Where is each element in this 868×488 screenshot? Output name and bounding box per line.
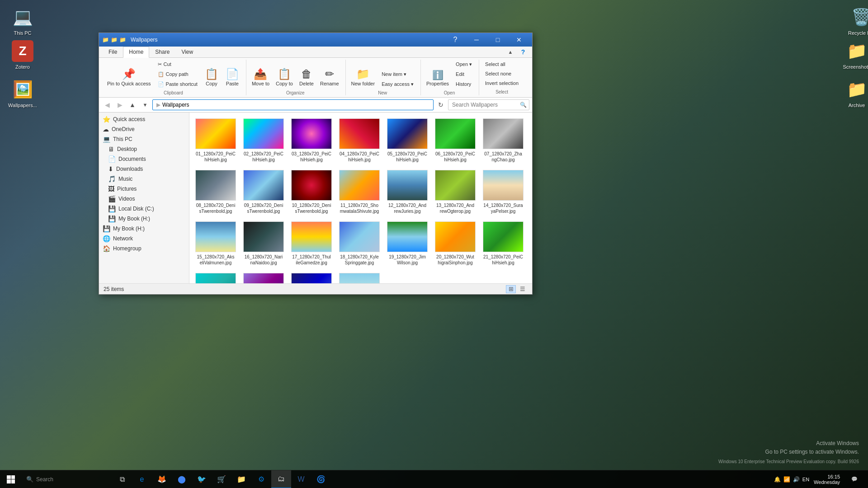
- minimize-button[interactable]: ─: [466, 33, 487, 47]
- sidebar-item-documents[interactable]: 📄 Documents: [99, 154, 189, 164]
- twitter-btn[interactable]: 🐦: [192, 470, 212, 488]
- word-btn[interactable]: W: [291, 470, 311, 488]
- file-item[interactable]: 21_1280x720_PeiC hiHsieh.jpg: [481, 219, 526, 268]
- file-grid[interactable]: 01_1280x720_PeiC hiHsieh.jpg02_1280x720_…: [189, 113, 532, 283]
- taskbar-clock[interactable]: 16:15 Wednesday: [811, 473, 843, 486]
- maximize-button[interactable]: □: [487, 33, 508, 47]
- easy-access-button[interactable]: Easy access ▾: [378, 80, 417, 89]
- file-item[interactable]: 23_1280x720_PeiC hiHsieh.jpg: [241, 271, 286, 283]
- file-item[interactable]: 20_1280x720_Wut higraiSinphon.jpg: [433, 219, 478, 268]
- file-item[interactable]: 05_1280x720_PeiC hiHsieh.jpg: [385, 116, 430, 165]
- recent-locations-button[interactable]: ▼: [140, 99, 151, 110]
- file-item[interactable]: 04_1280x720_PeiC hiHsieh.jpg: [337, 116, 382, 165]
- file-item[interactable]: 02_1280x720_PeiC hiHsieh.jpg: [241, 116, 286, 165]
- sidebar-item-videos[interactable]: 🎬 Videos: [99, 194, 189, 204]
- sidebar-item-this-pc[interactable]: 💻 This PC: [99, 134, 189, 144]
- sidebar-item-my-book-h[interactable]: 💾 My Book (H:): [99, 214, 189, 224]
- file-item[interactable]: 01_1280x720_PeiC hiHsieh.jpg: [193, 116, 238, 165]
- sidebar-item-my-book-h2[interactable]: 💾 My Book (H:): [99, 224, 189, 234]
- file-item[interactable]: 19_1280x720_Jim Wilson.jpg: [385, 219, 430, 268]
- desktop-icon-screenshots[interactable]: 📁 Screenshots: [839, 38, 868, 72]
- sidebar-item-onedrive[interactable]: ☁ OneDrive: [99, 124, 189, 134]
- file-item[interactable]: 16_1280x720_Nari naNaidoo.jpg: [241, 219, 286, 268]
- file-item[interactable]: 07_1280x720_Zha ngChao.jpg: [481, 116, 526, 165]
- paste-button[interactable]: 📄 Paste: [222, 63, 242, 89]
- sidebar-item-network[interactable]: 🌐 Network: [99, 234, 189, 244]
- cut-button[interactable]: ✂ Cut: [155, 60, 201, 69]
- file-item[interactable]: 13_1280x720_And rewOgterop.jpg: [433, 168, 478, 216]
- tab-share[interactable]: Share: [149, 47, 175, 58]
- file-item[interactable]: 25_1280x720_PeiC hiHsieh.jpg: [337, 271, 382, 283]
- file-item[interactable]: 22_1280x720_PeiC hiHsieh.jpg: [193, 271, 238, 283]
- move-to-button[interactable]: 📤 Move to: [249, 63, 272, 89]
- sidebar-item-downloads[interactable]: ⬇ Downloads: [99, 164, 189, 174]
- file-explorer-btn active[interactable]: 📁: [231, 470, 251, 488]
- search-input[interactable]: [448, 99, 529, 110]
- invert-selection-button[interactable]: Invert selection: [482, 79, 522, 88]
- copy-path-button[interactable]: 📋 Copy path: [155, 70, 201, 79]
- chrome-btn[interactable]: ⬤: [172, 470, 192, 488]
- file-item[interactable]: 12_1280x720_And rewJuries.jpg: [385, 168, 430, 216]
- file-item[interactable]: 18_1280x720_Kyle Springgate.jpg: [337, 219, 382, 268]
- back-button[interactable]: ◀: [102, 99, 113, 110]
- sidebar-item-local-disk-c[interactable]: 💾 Local Disk (C:): [99, 204, 189, 214]
- settings-btn[interactable]: ⚙: [251, 470, 271, 488]
- volume-icon[interactable]: 🔊: [793, 476, 800, 483]
- new-item-button[interactable]: New item ▾: [378, 70, 417, 79]
- file-item[interactable]: 08_1280x720_Deni sTwerenbold.jpg: [193, 168, 238, 216]
- list-view-btn[interactable]: ☰: [518, 285, 528, 293]
- task-view-btn[interactable]: ⧉: [112, 470, 132, 488]
- keyboard-icon[interactable]: EN: [802, 477, 809, 482]
- file-item[interactable]: 10_1280x720_Deni sTwerenbold.jpg: [289, 168, 334, 216]
- sidebar-item-pictures[interactable]: 🖼 Pictures: [99, 184, 189, 194]
- history-button[interactable]: History: [453, 80, 475, 89]
- close-button[interactable]: ✕: [509, 33, 529, 47]
- sidebar-item-homegroup[interactable]: 🏠 Homegroup: [99, 244, 189, 253]
- file-item[interactable]: 11_1280x720_Sho mwatalaShivute.jpg: [337, 168, 382, 216]
- desktop-icon-archive[interactable]: 📁 Archive: [839, 77, 868, 110]
- thumbnail-view-btn[interactable]: ⊞: [506, 285, 516, 293]
- rename-button[interactable]: ✏ Rename: [317, 63, 342, 89]
- pin-quick-access-button[interactable]: 📌 Pin to Quick access: [104, 63, 154, 89]
- new-folder-button[interactable]: 📁 New folder: [349, 63, 378, 89]
- properties-button[interactable]: ℹ️ Properties: [424, 63, 452, 89]
- file-item[interactable]: 09_1280x720_Deni sTwerenbold.jpg: [241, 168, 286, 216]
- edit-button[interactable]: Edit: [453, 70, 475, 79]
- refresh-button[interactable]: ↻: [435, 99, 446, 110]
- address-path[interactable]: ▶ Wallpapers: [152, 99, 434, 110]
- ribbon-collapse-btn[interactable]: ▲: [505, 47, 516, 57]
- help-button[interactable]: ?: [445, 33, 466, 47]
- select-none-button[interactable]: Select none: [482, 69, 522, 78]
- firefox-btn[interactable]: 🦊: [152, 470, 172, 488]
- action-center-btn[interactable]: 💬: [844, 470, 864, 488]
- file-item[interactable]: 17_1280x720_Thul ileGamedze.jpg: [289, 219, 334, 268]
- notification-icon[interactable]: 🔔: [774, 476, 781, 483]
- sidebar-item-music[interactable]: 🎵 Music: [99, 174, 189, 184]
- taskbar-search[interactable]: 🔍 Search: [22, 470, 112, 488]
- file-item[interactable]: 03_1280x720_PeiC hiHsieh.jpg: [289, 116, 334, 165]
- file-item[interactable]: 14_1280x720_Sura yaPelser.jpg: [481, 168, 526, 216]
- desktop-icon-wallpapers[interactable]: 🖼️ Wallpapers...: [5, 77, 41, 110]
- desktop-icon-recycle-bin[interactable]: 🗑️ Recycle Bin: [843, 5, 868, 38]
- copy-to-button[interactable]: 📋 Copy to: [273, 63, 296, 89]
- store-btn[interactable]: 🛒: [212, 470, 231, 488]
- edge-btn[interactable]: e: [132, 470, 152, 488]
- open-button[interactable]: Open ▾: [453, 60, 475, 69]
- start-button[interactable]: [0, 470, 22, 488]
- copy-button[interactable]: 📋 Copy: [202, 63, 222, 89]
- file-item[interactable]: 06_1280x720_PeiC hiHsieh.jpg: [433, 116, 478, 165]
- misc-btn[interactable]: 🌀: [311, 470, 331, 488]
- paste-shortcut-button[interactable]: 📄 Paste shortcut: [155, 80, 201, 89]
- tab-view[interactable]: View: [175, 47, 199, 58]
- tab-home[interactable]: Home: [123, 47, 149, 58]
- file-item[interactable]: 24_1280x720_PeiC hiHsieh.jpg: [289, 271, 334, 283]
- tab-file[interactable]: File: [103, 47, 123, 58]
- select-all-button[interactable]: Select all: [482, 60, 522, 69]
- network-taskbar-icon[interactable]: 📶: [783, 476, 790, 483]
- desktop-icon-this-pc[interactable]: 💻 This PC: [5, 5, 41, 38]
- forward-button[interactable]: ▶: [114, 99, 125, 110]
- sidebar-item-quick-access[interactable]: ⭐ Quick access: [99, 114, 189, 124]
- explorer-taskbar-btn[interactable]: 🗂: [271, 470, 291, 488]
- desktop-icon-zotero[interactable]: Z Zotero: [5, 38, 41, 72]
- file-item[interactable]: 15_1280x720_Aks eliValmunen.jpg: [193, 219, 238, 268]
